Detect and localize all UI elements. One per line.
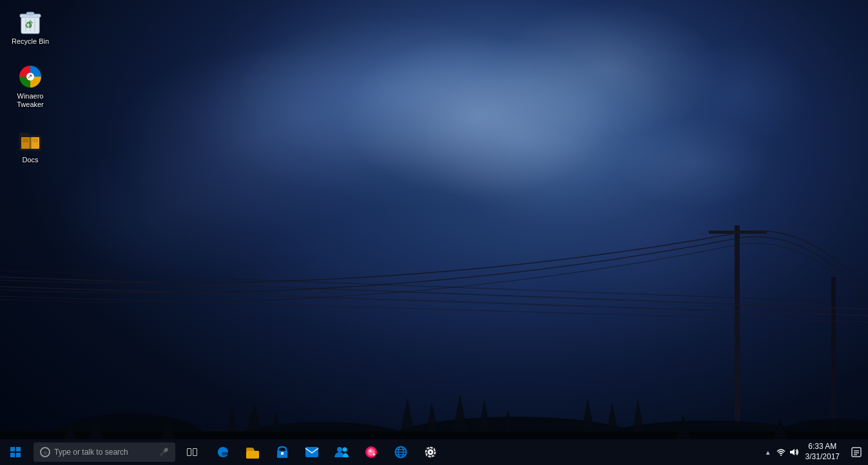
clock-date: 3/31/2017 — [805, 452, 840, 462]
docs-folder-icon[interactable]: Docs — [6, 125, 54, 167]
svg-point-37 — [337, 447, 342, 452]
docs-folder-image — [17, 128, 43, 153]
task-view-button[interactable] — [178, 439, 206, 465]
people-taskbar-button[interactable] — [327, 439, 356, 465]
svg-rect-53 — [852, 448, 861, 457]
windows-logo-icon — [10, 447, 21, 457]
edge-taskbar-button[interactable] — [209, 439, 237, 465]
svg-text:♻: ♻ — [24, 20, 33, 30]
show-hidden-icons-button[interactable]: ▲ — [762, 439, 775, 465]
winaero-tweaker-label: Winaero Tweaker — [9, 92, 52, 109]
svg-text:↗: ↗ — [27, 73, 32, 80]
winaero-tweaker-image: ↗ — [17, 64, 43, 90]
action-center-button[interactable] — [845, 439, 868, 465]
microphone-icon: 🎤 — [159, 448, 169, 457]
internet-explorer-taskbar-button[interactable] — [387, 439, 415, 465]
svg-rect-15 — [26, 12, 34, 15]
task-view-icon — [187, 448, 197, 456]
svg-rect-32 — [30, 137, 32, 149]
docs-label: Docs — [22, 156, 38, 164]
candy-crush-taskbar-button[interactable]: 🍬 — [357, 439, 385, 465]
svg-point-38 — [343, 448, 347, 452]
recycle-bin-label: Recycle Bin — [12, 37, 49, 46]
network-tray-icon[interactable] — [775, 439, 787, 465]
cloud-layer-2 — [0, 0, 868, 465]
svg-point-52 — [430, 451, 432, 453]
volume-tray-icon[interactable] — [787, 439, 800, 465]
svg-rect-35 — [281, 452, 284, 455]
store-taskbar-button[interactable] — [268, 439, 296, 465]
winaero-tweaker-icon[interactable]: ↗ Winaero Tweaker — [6, 61, 54, 111]
desktop-icons-area: ♻ Recycle Bin — [0, 0, 61, 173]
cortana-icon: ○ — [40, 447, 50, 457]
start-button[interactable] — [0, 439, 31, 465]
settings-taskbar-button[interactable] — [416, 439, 445, 465]
svg-text:🍬: 🍬 — [369, 449, 376, 457]
clock[interactable]: 6:33 AM 3/31/2017 — [800, 439, 845, 465]
recycle-bin-icon[interactable]: ♻ Recycle Bin — [6, 6, 54, 48]
pinned-apps: 🍬 — [206, 439, 762, 465]
mail-taskbar-button[interactable] — [298, 439, 326, 465]
search-bar[interactable]: ○ 🎤 — [34, 442, 175, 462]
clock-time: 6:33 AM — [808, 442, 836, 452]
taskbar: ○ 🎤 — [0, 439, 868, 465]
svg-rect-36 — [305, 447, 318, 457]
desktop: ♻ Recycle Bin — [0, 0, 868, 465]
system-tray: ▲ 6:33 AM — [762, 439, 868, 465]
search-input[interactable] — [54, 448, 151, 457]
svg-rect-33 — [246, 451, 259, 459]
recycle-bin-image: ♻ — [17, 9, 43, 35]
file-explorer-taskbar-button[interactable] — [238, 439, 267, 465]
